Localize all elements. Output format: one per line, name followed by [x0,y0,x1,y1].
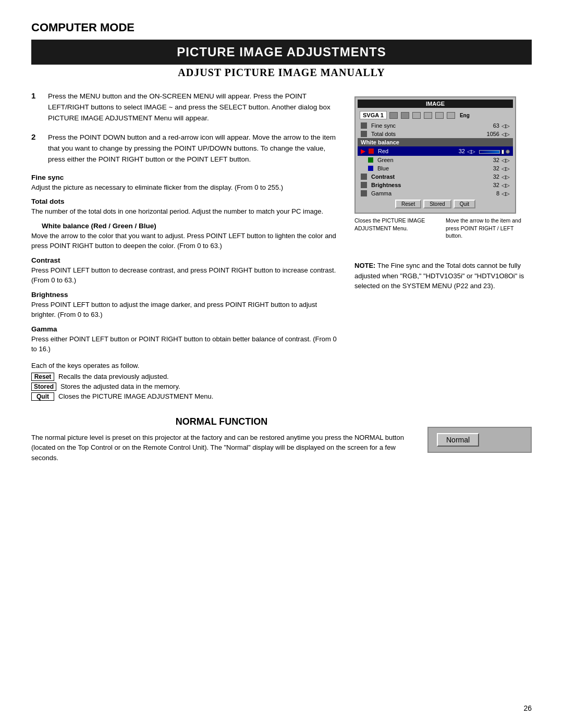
subsection-brightness: Brightness Press POINT LEFT button to ad… [31,291,339,320]
ui-label-total-dots: Total dots [371,131,479,137]
normal-display-label: Normal [437,433,479,447]
ui-value-contrast: 32 [481,174,499,180]
toolbar-icon-1 [389,112,398,119]
page-container: COMPUTER MODE PICTURE IMAGE ADJUSTMENTS … [0,0,563,484]
ui-icon-brightness [361,182,367,188]
ui-label-brightness: Brightness [371,182,479,188]
ui-value-brightness: 32 [481,182,499,188]
ui-row-total-dots: Total dots 1056 ◁▷ [358,130,513,138]
banner-title: PICTURE IMAGE ADJUSTMENTS [31,40,532,65]
ui-svga-label: SVGA 1 [360,111,387,119]
subsection-total-dots-text: The number of the total dots in one hori… [31,206,339,217]
ui-label-fine-sync: Fine sync [371,122,479,129]
ui-icon-blue [368,166,373,171]
key-label-stored: Stored [31,382,56,391]
ui-label-green: Green [377,157,479,163]
ui-row-contrast: Contrast 32 ◁▷ [358,172,513,181]
ui-icon-total-dots [361,131,367,137]
ui-btn-reset[interactable]: Reset [395,200,421,208]
ui-arrow-contrast: ◁▷ [501,174,510,180]
ui-arrow-gamma: ◁▷ [501,191,510,196]
ui-title-bar: IMAGE [358,100,513,108]
annotation-right-text: Move the arrow to the item and press POI… [446,217,521,239]
section-title: COMPUTER MODE [31,21,532,34]
step-1: 1 Press the MENU button and the ON-SCREE… [31,91,339,124]
normal-function-title: NORMAL FUNCTION [31,416,412,427]
ui-value-fine-sync: 63 [481,122,499,129]
normal-left: NORMAL FUNCTION The normal picture level… [31,416,412,463]
note-box: NOTE: The Fine sync and the Total dots c… [354,261,532,291]
ui-row-brightness: Brightness 32 ◁▷ [358,181,513,189]
subsection-total-dots-title: Total dots [31,198,339,205]
normal-right: Normal [427,416,532,463]
note-label: NOTE: [354,262,375,269]
ui-toolbar: SVGA 1 Eng [358,110,513,120]
ui-row-fine-sync: Fine sync 63 ◁▷ [358,121,513,130]
ui-icon-gamma [361,190,367,196]
ui-label-contrast: Contrast [371,174,479,180]
ui-icon-fine-sync [361,122,367,129]
ui-buttons-row: Reset Stored Quit [358,198,513,211]
step-1-number: 1 [31,91,41,124]
subsection-contrast: Contrast Press POINT LEFT button to decr… [31,256,339,286]
subsection-brightness-title: Brightness [31,291,339,299]
key-reset-text: Recalls the data previously adjusted. [58,373,169,380]
step-2: 2 Press the POINT DOWN button and a red-… [31,132,339,165]
key-row-stored: Stored Stores the adjusted data in the m… [31,382,339,391]
annotation-area: Closes the PICTURE IMAGE ADJUSTMENT Menu… [354,217,532,240]
ui-label-red: Red [378,148,444,154]
normal-function-text: The normal picture level is preset on th… [31,433,412,463]
ui-icon-contrast [361,174,367,180]
toolbar-icon-3 [412,112,421,119]
annotation-left-text: Closes the PICTURE IMAGE ADJUSTMENT Menu… [354,217,425,231]
subsection-gamma-title: Gamma [31,325,339,333]
ui-btn-quit[interactable]: Quit [454,200,475,208]
sub-title: ADJUST PICTURE IMAGE MANUALLY [31,67,532,79]
toolbar-icon-4 [424,112,432,119]
subsection-fine-sync-title: Fine sync [31,174,339,181]
subsection-white-balance-title: White balance (Red / Green / Blue) [42,222,339,230]
ui-arrow-blue: ◁▷ [501,166,510,171]
ui-value-blue: 32 [481,165,499,171]
key-quit-text: Closes the PICTURE IMAGE ADJUSTMENT Menu… [58,392,213,400]
step-2-number: 2 [31,132,41,165]
ui-slider-red [479,148,510,154]
ui-label-blue: Blue [377,165,479,171]
toolbar-icon-5 [435,112,444,119]
toolbar-icon-2 [401,112,409,119]
ui-row-green: Green 32 ◁▷ [358,156,513,164]
ui-label-gamma: Gamma [371,190,479,196]
normal-display-box: Normal [427,427,532,453]
ui-red-arrow-icon: ▶ [361,147,365,155]
subsection-white-balance-text: Move the arrow to the color that you wan… [31,231,339,251]
ui-btn-stored[interactable]: Stored [423,200,451,208]
step-1-text: Press the MENU button and the ON-SCREEN … [48,91,339,124]
ui-value-red: 32 [446,148,465,154]
key-stored-text: Stores the adjusted data in the memory. [60,382,180,390]
subsection-contrast-text: Press POINT LEFT button to decrease cont… [31,265,339,286]
subsection-fine-sync: Fine sync Adjust the picture as necessar… [31,174,339,193]
key-row-reset: Reset Recalls the data previously adjust… [31,373,339,381]
ui-icon-green [368,157,373,163]
key-label-reset: Reset [31,373,54,381]
ui-value-green: 32 [481,157,499,163]
ui-screenshot-box: IMAGE SVGA 1 Eng Fine sync [354,96,516,214]
ui-arrow-green: ◁▷ [501,157,510,163]
ui-row-gamma: Gamma 8 ◁▷ [358,189,513,198]
ui-arrow-brightness: ◁▷ [501,182,510,188]
annotation-right: Move the arrow to the item and press POI… [446,217,532,240]
step-2-text: Press the POINT DOWN button and a red-ar… [48,132,339,165]
keys-section: Each of the keys operates as follow. Res… [31,362,339,401]
ui-value-total-dots: 1056 [481,131,499,137]
subsection-total-dots: Total dots The number of the total dots … [31,198,339,217]
ui-section-white-balance: White balance [358,138,513,146]
ui-arrow-red: ◁▷ [467,149,475,154]
ui-arrow-fine-sync: ◁▷ [501,123,510,129]
left-column: 1 Press the MENU button and the ON-SCREE… [31,91,339,406]
toolbar-eng-label: Eng [460,113,470,118]
toolbar-icon-6 [447,112,455,119]
right-column: IMAGE SVGA 1 Eng Fine sync [354,91,532,406]
subsection-brightness-text: Press POINT LEFT button to adjust the im… [31,300,339,320]
annotation-left: Closes the PICTURE IMAGE ADJUSTMENT Menu… [354,217,440,240]
key-label-quit: Quit [31,392,54,401]
